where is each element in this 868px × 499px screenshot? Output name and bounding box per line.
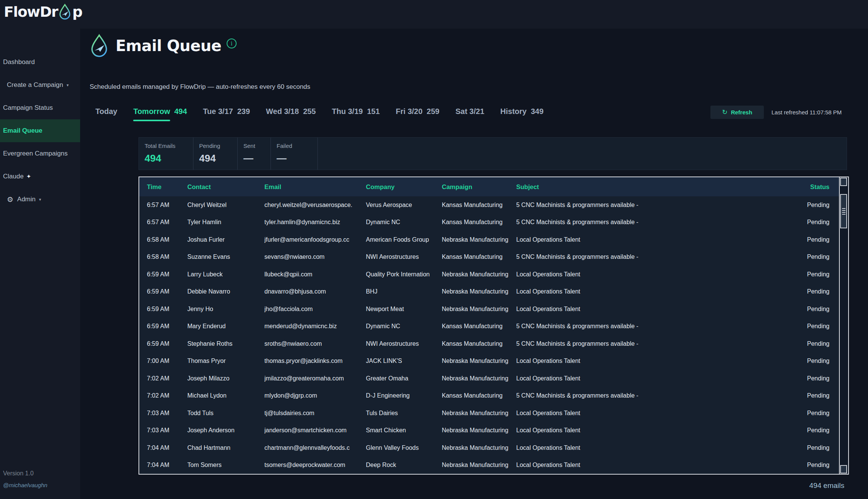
cell-subject: Local Operations Talent bbox=[516, 375, 806, 382]
sidebar-item-email-queue[interactable]: Email Queue bbox=[0, 119, 80, 142]
cell-status: Pending bbox=[806, 202, 839, 209]
cell-campaign: Kansas Manufacturing bbox=[442, 254, 516, 260]
stat-label: Pending bbox=[199, 143, 237, 149]
chevron-down-icon: ▾ bbox=[66, 83, 69, 88]
tab-wed-3-18[interactable]: Wed 3/18255 bbox=[266, 107, 316, 116]
author-handle[interactable]: @michaelvaughn bbox=[3, 482, 47, 488]
info-icon[interactable]: i bbox=[227, 39, 237, 48]
sidebar-item-dashboard[interactable]: Dashboard bbox=[0, 51, 80, 74]
topbar: FlowDr p bbox=[0, 0, 868, 29]
table-row[interactable]: 7:02 AMJoseph Milazzojmilazzo@greateroma… bbox=[139, 370, 839, 387]
cell-email: mlydon@djgrp.com bbox=[264, 392, 366, 399]
sidebar-item-evergreen-campaigns[interactable]: Evergreen Campaigns bbox=[0, 142, 80, 165]
tab-today[interactable]: Today bbox=[95, 107, 117, 116]
cell-status: Pending bbox=[806, 219, 839, 226]
cell-campaign: Nebraska Manufacturing bbox=[442, 288, 516, 295]
cell-campaign: Kansas Manufacturing bbox=[442, 202, 516, 209]
table-row[interactable]: 6:57 AMTyler Hamlintyler.hamlin@dynamicn… bbox=[139, 214, 839, 231]
cell-contact: Tyler Hamlin bbox=[187, 219, 264, 226]
scrollbar-thumb[interactable] bbox=[840, 194, 847, 228]
cell-contact: Mary Enderud bbox=[187, 323, 264, 330]
cell-time: 6:59 AM bbox=[147, 340, 187, 347]
sidebar-item-claude[interactable]: Claude✦ bbox=[0, 165, 80, 188]
cell-contact: Suzanne Evans bbox=[187, 254, 264, 260]
cell-campaign: Kansas Manufacturing bbox=[442, 219, 516, 226]
cell-status: Pending bbox=[806, 254, 839, 260]
sparkle-icon: ✦ bbox=[26, 173, 31, 180]
cell-campaign: Kansas Manufacturing bbox=[442, 392, 516, 399]
cell-subject: Local Operations Talent bbox=[516, 444, 806, 451]
cell-subject: 5 CNC Machinists & programmers available… bbox=[516, 340, 806, 347]
cell-campaign: Nebraska Manufacturing bbox=[442, 236, 516, 243]
tab-count: 151 bbox=[367, 107, 380, 116]
table-row[interactable]: 7:04 AMChad Hartmannchartmann@glennvalle… bbox=[139, 439, 839, 457]
cell-status: Pending bbox=[806, 375, 839, 382]
scrollbar-up-button[interactable] bbox=[840, 178, 847, 186]
page-header: Email Queue i bbox=[89, 34, 237, 58]
cell-company: NWI Aerostructures bbox=[366, 340, 442, 347]
table-row[interactable]: 7:03 AMTodd Tulstj@tulsdairies.comTuls D… bbox=[139, 404, 839, 422]
cell-campaign: Nebraska Manufacturing bbox=[442, 358, 516, 364]
stat-value: 494 bbox=[199, 152, 237, 164]
cell-time: 6:59 AM bbox=[147, 271, 187, 278]
table-row[interactable]: 6:58 AMJoshua Furlerjfurler@americanfood… bbox=[139, 231, 839, 249]
stats-bar: Total Emails494Pending494Sent—Failed— bbox=[138, 137, 847, 170]
refresh-label: Refresh bbox=[731, 109, 752, 116]
table-row[interactable]: 6:59 AMMary Enderudmenderud@dynamicnc.bi… bbox=[139, 318, 839, 335]
gear-icon: ⚙ bbox=[7, 195, 13, 204]
page-title: Email Queue bbox=[116, 37, 221, 55]
cell-time: 7:03 AM bbox=[147, 427, 187, 434]
table-row[interactable]: 6:59 AMJenny Hojho@facciola.comNewport M… bbox=[139, 300, 839, 318]
sidebar-item-campaign-status[interactable]: Campaign Status bbox=[0, 96, 80, 119]
cell-company: BHJ bbox=[366, 288, 442, 295]
tab-tue-3-17[interactable]: Tue 3/17239 bbox=[203, 107, 250, 116]
tab-history[interactable]: History349 bbox=[500, 107, 543, 116]
tab-sat-3-21[interactable]: Sat 3/21 bbox=[456, 107, 485, 116]
cell-contact: Cheryl Weitzel bbox=[187, 202, 264, 209]
cell-campaign: Nebraska Manufacturing bbox=[442, 427, 516, 434]
stat-value: — bbox=[243, 152, 271, 164]
cell-subject: Local Operations Talent bbox=[516, 462, 806, 469]
main-content: Email Queue i Scheduled emails managed b… bbox=[80, 29, 868, 499]
cell-time: 7:04 AM bbox=[147, 444, 187, 451]
cell-subject: Local Operations Talent bbox=[516, 410, 806, 417]
table-row[interactable]: 7:04 AMTom Somerstsomers@deeprockwater.c… bbox=[139, 457, 839, 474]
tab-label: Tomorrow bbox=[133, 107, 170, 116]
table-row[interactable]: 6:59 AMDebbie Navarrodnavarro@bhjusa.com… bbox=[139, 283, 839, 301]
table-row[interactable]: 6:59 AMLarry Lubeckllubeck@qpii.comQuali… bbox=[139, 266, 839, 283]
cell-status: Pending bbox=[806, 323, 839, 330]
cell-email: sroths@nwiaero.com bbox=[264, 340, 366, 347]
cell-status: Pending bbox=[806, 358, 839, 364]
table-row[interactable]: 7:03 AMJoseph Andersonjanderson@smartchi… bbox=[139, 422, 839, 440]
cell-time: 6:59 AM bbox=[147, 323, 187, 330]
cell-email: dnavarro@bhjusa.com bbox=[264, 288, 366, 295]
table-scrollbar[interactable] bbox=[839, 177, 848, 474]
sidebar-item-label: Dashboard bbox=[3, 58, 35, 66]
tab-fri-3-20[interactable]: Fri 3/20259 bbox=[396, 107, 439, 116]
column-header-time: Time bbox=[147, 183, 187, 191]
cell-email: jmilazzo@greateromaha.com bbox=[264, 375, 366, 382]
cell-contact: Michael Lydon bbox=[187, 392, 264, 399]
refresh-button[interactable]: ↻ Refresh bbox=[710, 106, 764, 119]
logo-text-suffix: p bbox=[72, 3, 82, 20]
tab-tomorrow[interactable]: Tomorrow494 bbox=[133, 107, 187, 116]
cell-company: Dynamic NC bbox=[366, 323, 442, 330]
cell-company: Quality Pork Internation bbox=[366, 271, 442, 278]
cell-time: 6:57 AM bbox=[147, 202, 187, 209]
cell-status: Pending bbox=[806, 392, 839, 399]
sidebar-item-admin[interactable]: ⚙Admin▾ bbox=[0, 188, 80, 211]
table-header: TimeContactEmailCompanyCampaignSubjectSt… bbox=[139, 177, 839, 196]
table-row[interactable]: 7:00 AMThomas Pryorthomas.pryor@jacklink… bbox=[139, 353, 839, 370]
scrollbar-down-button[interactable] bbox=[840, 465, 847, 473]
table-row[interactable]: 6:59 AMStephanie Rothssroths@nwiaero.com… bbox=[139, 335, 839, 353]
sidebar-item-create-a-campaign[interactable]: Create a Campaign▾ bbox=[0, 74, 80, 96]
table-row[interactable]: 6:58 AMSuzanne Evanssevans@nwiaero.comNW… bbox=[139, 249, 839, 266]
cell-campaign: Nebraska Manufacturing bbox=[442, 462, 516, 469]
tab-thu-3-19[interactable]: Thu 3/19151 bbox=[332, 107, 380, 116]
table-row[interactable]: 7:02 AMMichael Lydonmlydon@djgrp.comD-J … bbox=[139, 387, 839, 405]
sidebar-footer: Version 1.0 @michaelvaughn bbox=[3, 470, 47, 488]
cell-subject: Local Operations Talent bbox=[516, 236, 806, 243]
table-row[interactable]: 6:57 AMCheryl Weitzelcheryl.weitzel@veru… bbox=[139, 196, 839, 214]
cell-company: Glenn Valley Foods bbox=[366, 444, 442, 451]
column-header-email: Email bbox=[264, 183, 366, 191]
